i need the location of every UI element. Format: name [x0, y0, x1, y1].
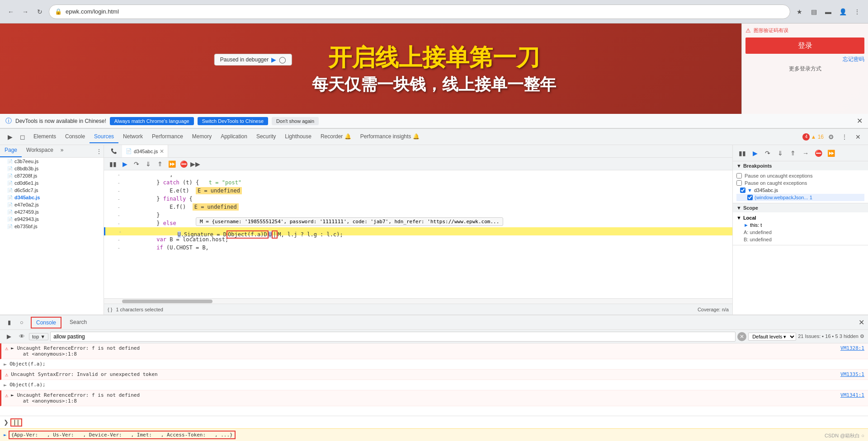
console-icon-btn[interactable]: ▶: [4, 331, 14, 342]
tab-memory[interactable]: Memory: [188, 131, 216, 143]
step-over-icon[interactable]: ◯: [279, 56, 286, 63]
pause-caught-checkbox[interactable]: [736, 180, 742, 186]
error-link-2[interactable]: VM1335:1: [840, 371, 864, 377]
console-search-input[interactable]: [50, 332, 736, 342]
tab-sources[interactable]: Sources: [90, 131, 118, 143]
login-button[interactable]: 登录: [745, 38, 864, 54]
code-scrollbar-h[interactable]: [104, 298, 732, 304]
devtools-close-button[interactable]: ✕: [852, 131, 864, 143]
extensions-button[interactable]: ▬: [823, 6, 834, 17]
forgot-link[interactable]: 忘记密码: [745, 56, 864, 63]
match-language-button[interactable]: Always match Chrome's language: [110, 117, 194, 125]
cast-button[interactable]: ▤: [808, 6, 819, 17]
error-toggle[interactable]: ►: [11, 392, 14, 398]
resume-button[interactable]: ▶: [119, 159, 130, 169]
inspect-element-button[interactable]: ▶: [4, 131, 16, 143]
step-into-button[interactable]: ⇓: [774, 147, 786, 159]
file-item-c3b7eeu[interactable]: 📄 c3b7eeu.js: [0, 158, 104, 165]
bp-file-checkbox[interactable]: [740, 188, 745, 193]
notification-close-button[interactable]: ✕: [857, 117, 863, 125]
console-close-button[interactable]: ✕: [859, 318, 864, 327]
tab-performance-insights[interactable]: Performance insights 🔔: [356, 131, 424, 143]
file-item-d6c5dc7[interactable]: 📄 d6c5dc7.js: [0, 187, 104, 194]
file-item-c8bdb3b[interactable]: 📄 c8bdb3b.js: [0, 165, 104, 172]
pause-uncaught-checkbox[interactable]: [736, 173, 742, 178]
file-item-c87208f[interactable]: 📄 c87208f.js: [0, 172, 104, 179]
profile-button[interactable]: 👤: [837, 6, 848, 17]
format-button[interactable]: 📞: [108, 145, 120, 158]
expand-icon[interactable]: ►: [4, 361, 7, 367]
console-sidebar-button[interactable]: ▮: [4, 317, 14, 328]
output-toggle[interactable]: ►: [4, 432, 7, 438]
tab-network[interactable]: Network: [118, 131, 147, 143]
file-name: c3b7eeu.js: [14, 159, 38, 164]
expand-icon[interactable]: ►: [4, 382, 7, 388]
breakpoints-header[interactable]: ▼ Breakpoints: [733, 161, 868, 170]
tab-performance[interactable]: Performance: [147, 131, 188, 143]
async-button[interactable]: ⏩: [825, 147, 837, 159]
resume-execution-button[interactable]: ▶: [749, 147, 761, 159]
tab-page[interactable]: Page: [0, 145, 22, 157]
local-header[interactable]: ▼ Local: [736, 214, 864, 221]
device-toolbar-button[interactable]: ◻: [16, 131, 29, 143]
sidebar-action-button[interactable]: ⋮: [94, 145, 104, 157]
step-over-button[interactable]: ↷: [762, 147, 774, 159]
console-eye-btn[interactable]: 👁: [16, 331, 27, 342]
file-item-e942943[interactable]: 📄 e942943.js: [0, 216, 104, 223]
forward-button[interactable]: →: [20, 6, 31, 17]
step-into-button[interactable]: ⇓: [143, 159, 154, 169]
tab-more[interactable]: »: [58, 145, 66, 157]
file-item-e427459[interactable]: 📄 e427459.js: [0, 208, 104, 216]
step-button[interactable]: →: [800, 147, 811, 159]
address-bar[interactable]: 🔒 epwk.com/login.html: [49, 5, 790, 19]
devtools-more-button[interactable]: ⋮: [838, 131, 851, 143]
tab-search[interactable]: Search: [65, 317, 91, 328]
tab-elements[interactable]: Elements: [29, 131, 61, 143]
tab-recorder[interactable]: Recorder 🔔: [316, 131, 356, 143]
console-clear-button[interactable]: ○: [16, 317, 27, 328]
dont-show-button[interactable]: Don't show again: [272, 117, 319, 125]
notification-text: DevTools is now available in Chinese!: [15, 118, 106, 124]
console-level-select[interactable]: Default levels ▾: [748, 333, 796, 341]
menu-button[interactable]: ⋮: [852, 6, 863, 17]
tab-application[interactable]: Application: [216, 131, 252, 143]
format-icon[interactable]: { }: [108, 307, 112, 312]
scope-header[interactable]: ▼ Scope: [733, 203, 868, 212]
url-text: epwk.com/login.html: [66, 8, 784, 15]
file-item-d345abc[interactable]: 📄 d345abc.js: [0, 194, 104, 201]
back-button[interactable]: ←: [5, 6, 16, 17]
scope-expand-icon[interactable]: ►: [744, 222, 749, 228]
tab-console[interactable]: Console: [61, 131, 90, 143]
console-clear-x[interactable]: ✕: [737, 332, 746, 341]
error-icon: ⚠: [5, 345, 8, 352]
file-item-cd0d6e1[interactable]: 📄 cd0d6e1.js: [0, 179, 104, 187]
switch-chinese-button[interactable]: Switch DevTools to Chinese: [198, 117, 268, 125]
deactivate-bp-button[interactable]: ⛔: [812, 147, 824, 159]
file-tab-d345abc[interactable]: 📄 d345abc.js ✕: [122, 145, 168, 157]
expand-panel-button[interactable]: ▮▮: [736, 147, 748, 159]
file-item-e47e0a2[interactable]: 📄 e47e0a2.js: [0, 201, 104, 208]
top-context[interactable]: top ▼: [29, 333, 48, 340]
scrollbar-thumb-h[interactable]: [122, 300, 212, 303]
step-out-button[interactable]: ⇑: [787, 147, 799, 159]
reload-button[interactable]: ↻: [34, 6, 45, 17]
expand-panel-button[interactable]: ▮▮: [108, 159, 118, 169]
bp-webpack-checkbox[interactable]: [747, 195, 753, 200]
bookmark-button[interactable]: ★: [794, 6, 805, 17]
devtools-settings-button[interactable]: ⚙: [825, 131, 837, 143]
error-link-1[interactable]: VM1328:1: [840, 345, 864, 351]
tab-lighthouse[interactable]: Lighthouse: [280, 131, 316, 143]
deactivate-bp-button[interactable]: ⛔: [178, 159, 189, 169]
error-toggle[interactable]: ►: [11, 345, 14, 351]
tab-console[interactable]: Console: [31, 317, 61, 328]
step-button[interactable]: ⏩: [166, 159, 177, 169]
file-tab-close-icon[interactable]: ✕: [160, 148, 164, 155]
tab-security[interactable]: Security: [252, 131, 280, 143]
step-over-button[interactable]: ↷: [131, 159, 142, 169]
file-item-eb735bf[interactable]: 📄 eb735bf.js: [0, 223, 104, 230]
error-link-3[interactable]: VM1341:1: [840, 392, 864, 398]
tab-workspace[interactable]: Workspace: [22, 145, 58, 157]
step-out-button[interactable]: ⇑: [155, 159, 165, 169]
dont-pause-button[interactable]: ▶▶: [190, 159, 201, 169]
resume-icon[interactable]: ▶: [271, 56, 276, 63]
